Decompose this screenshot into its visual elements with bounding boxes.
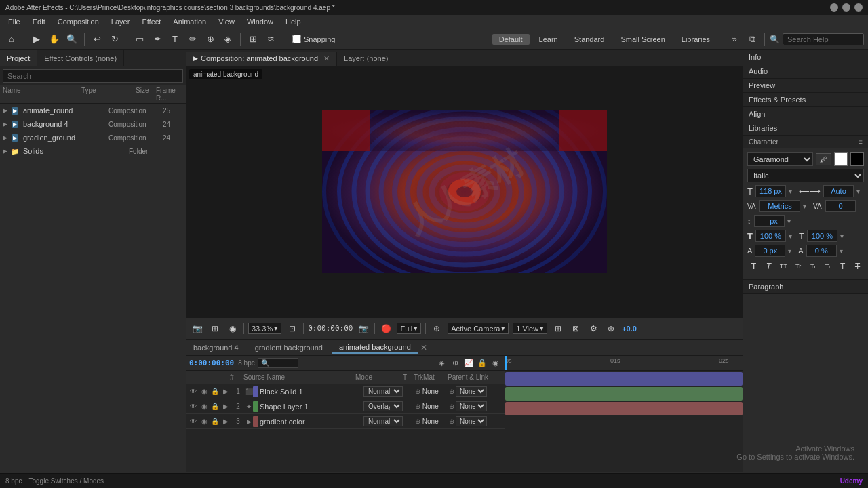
capture-button[interactable]: 📷	[191, 322, 204, 336]
section-audio-title[interactable]: Audio	[743, 64, 868, 78]
expand-arrow[interactable]: ▶	[3, 134, 9, 141]
grid-button[interactable]: ⊞	[208, 322, 222, 336]
tl-timecode[interactable]: 0:00:00:00	[189, 359, 234, 367]
zoom-tool[interactable]: 🔍	[64, 32, 79, 47]
expand-arrow[interactable]: ▶	[3, 148, 9, 155]
fit-button[interactable]: ⊡	[285, 322, 299, 336]
tsume-arrow[interactable]: ▾	[840, 247, 843, 255]
layer-collapse-1[interactable]: ▶	[220, 386, 231, 397]
baseline-arrow[interactable]: ▾	[788, 247, 791, 255]
layer-parent-select-3[interactable]: None	[456, 416, 487, 426]
camera-snap[interactable]: 📷	[357, 322, 370, 336]
layer-solo-1[interactable]: ◉	[199, 386, 210, 397]
layer-lock-2[interactable]: 🔒	[210, 401, 220, 412]
tl-graph-button[interactable]: 📈	[462, 357, 475, 369]
tl-eye-button[interactable]: ◉	[490, 357, 502, 369]
tl-tab-close[interactable]: ✕	[420, 343, 427, 352]
menu-edit[interactable]: Edit	[27, 16, 51, 27]
menu-animation[interactable]: Animation	[167, 16, 212, 27]
view-layout[interactable]: ⊞	[551, 322, 565, 336]
line-spacing-arrow[interactable]: ▾	[787, 218, 791, 225]
layer-parent-link-2[interactable]: ⊕	[449, 403, 454, 410]
layer-mode-select-1[interactable]: Normal	[363, 386, 403, 396]
section-info-title[interactable]: Info	[743, 50, 868, 64]
toggle-1[interactable]: ⊕	[430, 322, 443, 336]
project-search-input[interactable]	[3, 69, 183, 83]
tab-comp-close[interactable]: ✕	[323, 54, 330, 63]
window-controls[interactable]	[830, 3, 863, 12]
font-size-arrow[interactable]: ▾	[789, 188, 792, 195]
super-button[interactable]: Tr	[807, 260, 820, 273]
italic-button[interactable]: T	[762, 260, 775, 273]
workspace-default[interactable]: Default	[492, 34, 530, 45]
layer-parent-select-1[interactable]: None	[456, 386, 487, 396]
kerning-arrow[interactable]: ▾	[803, 203, 806, 210]
tab-layer-viewer[interactable]: Layer: (none)	[337, 52, 395, 65]
section-libraries-title[interactable]: Libraries	[743, 121, 868, 135]
layer-mode-select-2[interactable]: Overlay	[363, 401, 403, 411]
workspace-more[interactable]: »	[727, 32, 742, 47]
undo-button[interactable]: ↩	[90, 32, 104, 47]
layer-eye-2[interactable]: 👁	[188, 401, 199, 412]
paint-tool[interactable]: ✏	[185, 32, 200, 47]
layer-mode-1[interactable]: Normal	[363, 386, 404, 396]
section-character-title[interactable]: Character ≡	[743, 136, 868, 148]
minimize-button[interactable]	[830, 3, 838, 12]
smallcaps-button[interactable]: TT	[777, 260, 790, 273]
workspace-standard[interactable]: Standard	[568, 34, 612, 45]
section-preview-title[interactable]: Preview	[743, 79, 868, 92]
maximize-button[interactable]	[842, 3, 850, 12]
expand-arrow[interactable]: ▶	[3, 107, 9, 114]
layer-solo-2[interactable]: ◉	[199, 401, 210, 412]
horiz-scale-arrow[interactable]: ▾	[840, 232, 844, 240]
redo-button[interactable]: ↻	[107, 32, 122, 47]
layer-parent-select-2[interactable]: None	[456, 401, 487, 411]
mask-button[interactable]: ◉	[226, 322, 239, 336]
layer-mode-2[interactable]: Overlay	[363, 401, 404, 411]
workspace-learn[interactable]: Learn	[532, 34, 565, 45]
tl-ruler[interactable]: 0s 01s 02s 03s 04s 05s	[505, 356, 743, 371]
tsume-value[interactable]: 0 %	[806, 245, 837, 257]
close-button[interactable]	[854, 3, 863, 12]
workspace-small-screen[interactable]: Small Screen	[614, 34, 671, 45]
layer-eye-1[interactable]: 👁	[188, 386, 199, 397]
render-button[interactable]: 🔴	[379, 322, 393, 336]
quality-dropdown[interactable]: Full ▾	[397, 323, 421, 334]
menu-window[interactable]: Window	[241, 16, 279, 27]
font-style-select[interactable]: Italic	[747, 169, 864, 182]
layer-mode-select-3[interactable]: Normal	[363, 416, 403, 426]
section-align-title[interactable]: Align	[743, 107, 868, 121]
text-tool[interactable]: T	[167, 32, 182, 47]
layer-parent-link-1[interactable]: ⊕	[449, 388, 454, 395]
layer-eye-3[interactable]: 👁	[188, 416, 199, 427]
layer-row-1[interactable]: 👁 ◉ 🔒 ▶ 1 ⬛ Black Solid 1 Normal	[186, 384, 505, 399]
view-3d[interactable]: ⊠	[569, 322, 583, 336]
font-size-value[interactable]: 118 px	[755, 185, 786, 197]
character-menu-icon[interactable]: ≡	[859, 138, 863, 146]
menu-help[interactable]: Help	[280, 16, 307, 27]
tl-solo-button[interactable]: ◈	[435, 357, 448, 369]
horiz-scale-value[interactable]: 100 %	[807, 230, 837, 242]
layer-trk-link-1[interactable]: ⊕	[415, 388, 420, 395]
view-extra[interactable]: ⊕	[604, 322, 618, 336]
layer-row-3[interactable]: 👁 ◉ 🔒 ▶ 3 ▶ gradient color Normal	[186, 414, 505, 429]
pin-tool[interactable]: ⊕	[203, 32, 218, 47]
font-icon-btn[interactable]: 🖉	[816, 153, 831, 165]
line-spacing-value[interactable]: — px	[754, 215, 785, 227]
tl-tab-animated[interactable]: animated background	[332, 342, 418, 354]
tab-effect-controls[interactable]: Effect Controls (none)	[37, 50, 124, 66]
layer-lock-1[interactable]: 🔒	[210, 386, 220, 397]
section-paragraph-title[interactable]: Paragraph	[743, 280, 868, 293]
strike-button[interactable]: T	[851, 260, 864, 273]
menu-effect[interactable]: Effect	[136, 16, 166, 27]
hand-tool[interactable]: ✋	[47, 32, 62, 47]
tl-motion-button[interactable]: ⊕	[449, 357, 461, 369]
layer-trk-link-2[interactable]: ⊕	[415, 403, 420, 410]
section-effects-title[interactable]: Effects & Presets	[743, 93, 868, 106]
tl-search-input[interactable]	[258, 358, 298, 368]
layer-lock-3[interactable]: 🔒	[210, 416, 220, 427]
kerning-value[interactable]: Metrics	[760, 200, 800, 212]
file-item-background4[interactable]: ▶ ▶ background 4 Composition 24	[0, 117, 186, 131]
status-toggle[interactable]: Toggle Switches / Modes	[28, 477, 104, 485]
layer-collapse-2[interactable]: ▶	[220, 401, 231, 412]
